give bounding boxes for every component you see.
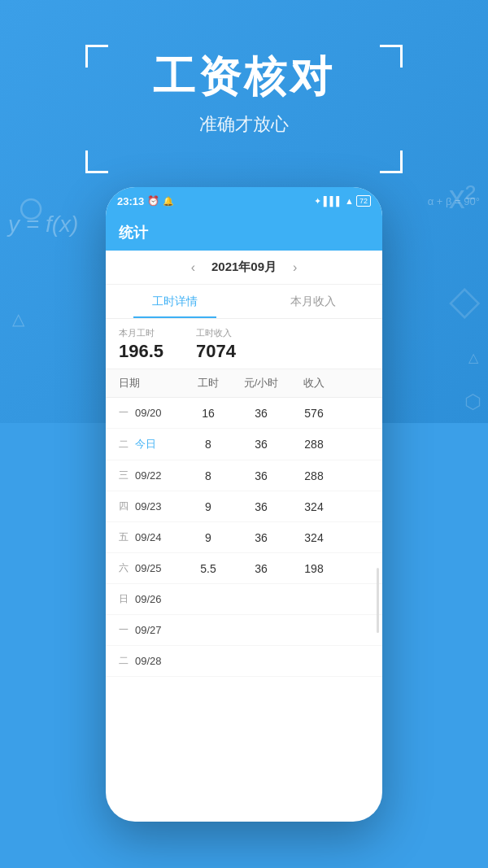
table-row: 六 09/25 5.5 36 198 bbox=[106, 553, 382, 584]
cell-hours: 5.5 bbox=[184, 562, 233, 575]
cell-rate: 36 bbox=[233, 531, 290, 544]
cell-rate: 36 bbox=[233, 469, 290, 482]
day-label: 三 bbox=[119, 469, 132, 482]
cell-date: 三 09/22 bbox=[119, 469, 184, 482]
date-value: 09/20 bbox=[135, 407, 162, 419]
cell-rate: 36 bbox=[233, 407, 290, 420]
bluetooth-icon: ✦ bbox=[314, 196, 321, 207]
hours-label: 本月工时 bbox=[119, 327, 163, 339]
bracket-bottom-right bbox=[380, 150, 403, 173]
header-income: 收入 bbox=[290, 376, 338, 390]
date-value: 09/25 bbox=[135, 562, 162, 574]
hours-value: 196.5 bbox=[119, 341, 163, 362]
alarm-icon: ⏰ bbox=[147, 195, 159, 207]
app-title: 统计 bbox=[119, 223, 148, 242]
table-row: 五 09/24 9 36 324 bbox=[106, 522, 382, 553]
day-label: 六 bbox=[119, 561, 132, 575]
cell-date: 一 09/20 bbox=[119, 406, 184, 420]
cell-income: 576 bbox=[290, 407, 338, 420]
date-value: 今日 bbox=[135, 437, 156, 451]
clock-icon: 🔔 bbox=[163, 196, 174, 207]
status-time: 23:13 ⏰ 🔔 bbox=[117, 195, 174, 207]
main-title: 工资核对 bbox=[0, 49, 488, 106]
status-icons: ✦ ▌▌▌ ▲ 72 bbox=[314, 195, 371, 207]
date-value: 09/28 bbox=[135, 655, 162, 667]
bracket-bottom-left bbox=[85, 150, 108, 173]
cell-income: 198 bbox=[290, 562, 338, 575]
day-label: 一 bbox=[119, 406, 132, 420]
day-label: 二 bbox=[119, 654, 132, 668]
cell-hours: 9 bbox=[184, 500, 233, 513]
battery-icon: 72 bbox=[356, 195, 371, 207]
table-row: 日 09/26 bbox=[106, 584, 382, 615]
table-row: 三 09/22 8 36 288 bbox=[106, 460, 382, 491]
cell-date: 二 今日 bbox=[119, 437, 184, 451]
date-value: 09/22 bbox=[135, 469, 162, 482]
status-bar: 23:13 ⏰ 🔔 ✦ ▌▌▌ ▲ 72 bbox=[106, 187, 382, 215]
cell-rate: 36 bbox=[233, 438, 290, 451]
table-row: 一 09/20 16 36 576 bbox=[106, 398, 382, 429]
day-label: 四 bbox=[119, 499, 132, 513]
date-value: 09/27 bbox=[135, 624, 162, 636]
cell-hours: 8 bbox=[184, 469, 233, 482]
app-header: 统计 bbox=[106, 215, 382, 251]
phone-screen: 23:13 ⏰ 🔔 ✦ ▌▌▌ ▲ 72 统计 ‹ 2021年09月 › 工时详… bbox=[106, 187, 382, 822]
header-hours: 工时 bbox=[184, 376, 233, 390]
title-area: 工资核对 准确才放心 bbox=[0, 49, 488, 137]
cell-date: 日 09/26 bbox=[119, 592, 184, 606]
cell-date: 一 09/27 bbox=[119, 623, 184, 637]
date-value: 09/26 bbox=[135, 593, 162, 605]
subtitle: 准确才放心 bbox=[0, 112, 488, 137]
cell-date: 四 09/23 bbox=[119, 499, 184, 513]
cell-income: 324 bbox=[290, 531, 338, 544]
table-row: 四 09/23 9 36 324 bbox=[106, 491, 382, 522]
cell-hours: 16 bbox=[184, 407, 233, 420]
current-month: 2021年09月 bbox=[211, 260, 277, 275]
header-date: 日期 bbox=[119, 376, 184, 390]
cell-rate: 36 bbox=[233, 562, 290, 575]
day-label: 五 bbox=[119, 530, 132, 544]
scroll-indicator bbox=[377, 568, 379, 633]
cell-date: 五 09/24 bbox=[119, 530, 184, 544]
month-navigation[interactable]: ‹ 2021年09月 › bbox=[106, 251, 382, 285]
cell-hours: 9 bbox=[184, 531, 233, 544]
wifi-icon: ▲ bbox=[345, 196, 354, 206]
table-row: 二 今日 8 36 288 bbox=[106, 429, 382, 460]
signal-icon: ▌▌▌ bbox=[324, 196, 342, 206]
next-month-button[interactable]: › bbox=[293, 260, 297, 275]
table-body: 一 09/20 16 36 576 二 今日 8 36 288 三 09/22 … bbox=[106, 398, 382, 677]
table-row: 一 09/27 bbox=[106, 615, 382, 646]
day-label: 二 bbox=[119, 438, 132, 451]
date-value: 09/23 bbox=[135, 500, 162, 513]
table-row: 二 09/28 bbox=[106, 646, 382, 677]
date-value: 09/24 bbox=[135, 531, 162, 543]
cell-income: 324 bbox=[290, 500, 338, 513]
tab-hours-detail[interactable]: 工时详情 bbox=[106, 285, 244, 318]
header-rate: 元/小时 bbox=[233, 376, 290, 390]
prev-month-button[interactable]: ‹ bbox=[191, 260, 195, 275]
tab-monthly-income[interactable]: 本月收入 bbox=[244, 285, 382, 318]
summary-row: 本月工时 196.5 工时收入 7074 bbox=[106, 319, 382, 369]
cell-hours: 8 bbox=[184, 438, 233, 451]
phone-mockup: 23:13 ⏰ 🔔 ✦ ▌▌▌ ▲ 72 统计 ‹ 2021年09月 › 工时详… bbox=[106, 187, 382, 822]
summary-hours: 本月工时 196.5 bbox=[119, 327, 163, 362]
cell-rate: 36 bbox=[233, 500, 290, 513]
income-label: 工时收入 bbox=[196, 327, 236, 339]
cell-income: 288 bbox=[290, 438, 338, 451]
income-value: 7074 bbox=[196, 341, 236, 362]
day-label: 日 bbox=[119, 592, 132, 606]
cell-date: 六 09/25 bbox=[119, 561, 184, 575]
table-header-row: 日期 工时 元/小时 收入 bbox=[106, 369, 382, 398]
tab-bar: 工时详情 本月收入 bbox=[106, 285, 382, 319]
summary-income: 工时收入 7074 bbox=[196, 327, 236, 362]
day-label: 一 bbox=[119, 623, 132, 637]
cell-income: 288 bbox=[290, 469, 338, 482]
cell-date: 二 09/28 bbox=[119, 654, 184, 668]
hours-table: 日期 工时 元/小时 收入 一 09/20 16 36 576 二 今日 8 3… bbox=[106, 369, 382, 677]
